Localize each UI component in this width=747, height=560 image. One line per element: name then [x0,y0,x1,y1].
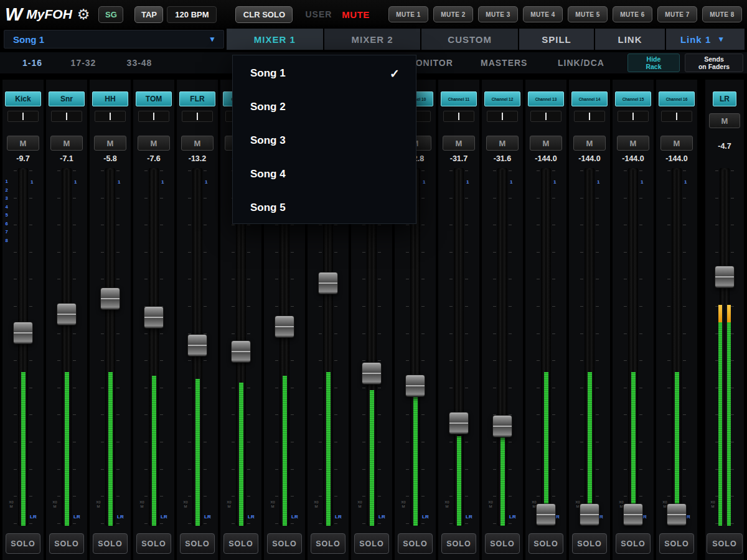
clear-solo-button[interactable]: CLR SOLO [235,6,293,23]
solo-button[interactable]: SOLO [441,533,476,554]
gear-icon[interactable]: ⚙ [77,6,90,23]
fader-knob[interactable] [318,272,338,294]
master-solo-button[interactable]: SOLO [707,533,743,554]
pan-control[interactable] [95,111,126,122]
fader-knob[interactable] [623,503,643,526]
bank-17-32[interactable]: 17-32 [60,52,107,73]
song-menu-item[interactable]: Song 3 [233,124,416,157]
channel-name-chip[interactable]: Snr [49,91,85,106]
pan-control[interactable] [487,111,518,122]
section-masters[interactable]: MASTERS [481,52,527,73]
mute-group-button[interactable]: MUTE 2 [433,6,473,22]
channel-mute-button[interactable]: M [443,136,475,151]
pan-control[interactable] [443,111,474,122]
fader-knob[interactable] [144,306,164,329]
master-mute-button[interactable]: M [709,113,740,128]
song-menu-item[interactable]: Song 1✓ [233,57,416,90]
song-selector[interactable]: Song 1 ▼ [4,30,224,49]
fader-knob[interactable] [405,375,425,397]
channel-name-chip[interactable]: FLR [179,91,215,106]
sg-button[interactable]: SG [98,6,123,23]
pan-control[interactable] [618,111,649,122]
tap-tempo-button[interactable]: TAP [134,6,163,23]
master-name-chip[interactable]: LR [713,91,736,106]
mute-group-button[interactable]: MUTE 5 [568,6,608,22]
hide-rack-button[interactable]: Hide Rack [627,54,680,72]
channel-mute-button[interactable]: M [181,136,214,151]
solo-button[interactable]: SOLO [136,533,171,554]
song-menu-item[interactable]: Song 5 [233,191,416,225]
pan-control[interactable] [574,111,605,122]
mute-group-button[interactable]: MUTE 1 [388,6,428,22]
fader-knob[interactable] [580,503,599,526]
channel-mute-button[interactable]: M [486,136,519,151]
mute-group-button[interactable]: MUTE 3 [478,6,518,22]
solo-button[interactable]: SOLO [267,533,302,554]
solo-button[interactable]: SOLO [6,533,40,554]
channel-name-chip[interactable]: Channel 16 [659,91,695,106]
link-button[interactable]: LINK [595,29,665,50]
bank-1-16[interactable]: 1-16 [9,52,56,73]
fader-knob[interactable] [187,334,207,357]
master-fader-knob[interactable] [715,266,735,288]
mute-mode-toggle[interactable]: MUTE [342,9,370,20]
user-mode-toggle[interactable]: USER [305,9,332,19]
section-link-dca[interactable]: LINK/DCA [558,52,604,73]
pan-control[interactable] [661,111,692,122]
channel-name-chip[interactable]: Channel 13 [528,91,564,106]
spill-button[interactable]: SPILL [519,29,594,50]
pan-control[interactable] [7,111,39,122]
fader-knob[interactable] [275,315,294,338]
song-menu-item[interactable]: Song 4 [233,157,416,191]
mute-group-button[interactable]: MUTE 6 [613,6,652,22]
fader-knob[interactable] [100,287,120,310]
channel-name-chip[interactable]: Channel 14 [571,91,608,106]
channel-name-chip[interactable]: Channel 15 [615,91,651,106]
mute-group-button[interactable]: MUTE 4 [523,6,563,22]
solo-button[interactable]: SOLO [180,533,215,554]
sends-on-faders-button[interactable]: Sends on Faders [685,54,743,72]
solo-button[interactable]: SOLO [93,533,128,554]
channel-mute-button[interactable]: M [50,136,83,151]
channel-name-chip[interactable]: Kick [5,91,41,106]
channel-mute-button[interactable]: M [138,136,170,151]
solo-button[interactable]: SOLO [529,533,563,554]
channel-mute-button[interactable]: M [7,136,39,151]
channel-mute-button[interactable]: M [617,136,649,151]
link-selector[interactable]: Link 1 ▼ [666,29,745,50]
fader-knob[interactable] [536,503,556,526]
solo-button[interactable]: SOLO [659,533,694,554]
fader-knob[interactable] [231,340,251,363]
solo-button[interactable]: SOLO [223,533,258,554]
tab-custom[interactable]: CUSTOM [421,29,518,50]
solo-button[interactable]: SOLO [354,533,389,554]
channel-mute-button[interactable]: M [660,136,693,151]
solo-button[interactable]: SOLO [398,533,433,554]
tab-mixer-1[interactable]: MIXER 1 [227,29,323,50]
tab-mixer-2[interactable]: MIXER 2 [324,29,421,50]
channel-name-chip[interactable]: HH [92,91,128,106]
channel-name-chip[interactable]: Channel 11 [441,91,477,106]
mute-group-button[interactable]: MUTE 7 [657,6,697,22]
fader-knob[interactable] [492,415,512,437]
fader-knob[interactable] [13,322,33,344]
solo-button[interactable]: SOLO [311,533,345,554]
fader-knob[interactable] [667,503,687,526]
channel-mute-button[interactable]: M [530,136,562,151]
bpm-display[interactable]: 120 BPM [167,6,217,23]
fader-knob[interactable] [449,412,469,434]
channel-mute-button[interactable]: M [94,136,126,151]
solo-button[interactable]: SOLO [572,533,607,554]
channel-mute-button[interactable]: M [573,136,606,151]
pan-control[interactable] [530,111,561,122]
fader-knob[interactable] [362,362,382,385]
bank-33-48[interactable]: 33-48 [116,52,163,73]
mute-group-button[interactable]: MUTE 8 [702,6,742,22]
pan-control[interactable] [51,111,82,122]
fader-knob[interactable] [57,303,77,325]
solo-button[interactable]: SOLO [616,533,651,554]
pan-control[interactable] [138,111,169,122]
solo-button[interactable]: SOLO [485,533,520,554]
solo-button[interactable]: SOLO [49,533,84,554]
channel-name-chip[interactable]: TOM [136,91,172,106]
